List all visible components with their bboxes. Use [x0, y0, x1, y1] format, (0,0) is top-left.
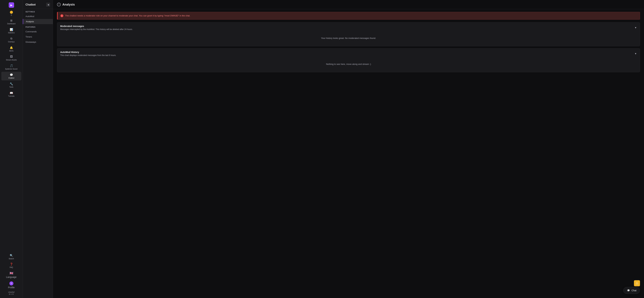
empty-state-moderated: Your history looks great. No moderated m… [60, 33, 637, 43]
tutorials-icon: 📖 [10, 91, 13, 94]
sidebar-item-tutorials[interactable]: 📖 Tutorials [1, 90, 21, 99]
stream-dot [10, 11, 13, 14]
chat-fab-button[interactable]: 💬 Chat [623, 287, 640, 294]
statistics-icon: 📊 [10, 28, 13, 31]
sidebar-item-label: Overlays [8, 41, 14, 43]
panel-title: Chatbot [26, 3, 36, 6]
moderated-messages-content: Your history looks great. No moderated m… [57, 33, 640, 46]
nav-items: ⊞ Dashboard 📊 Statistics ⧉ Overlays 🔔 Al… [0, 17, 23, 253]
settings-section-label: SETTINGS [23, 9, 53, 14]
sidebar-item-label: Epidemic Sound [5, 68, 18, 70]
sidebar-item-dashboard[interactable]: ⊞ Dashboard [1, 17, 21, 26]
panel-nav: Chatbot ◀ SETTINGS AutoMod Analysis FEAT… [23, 0, 53, 298]
analysis-icon: ? [57, 3, 61, 6]
sidebar-item-epidemic-sound[interactable]: 🎵 Epidemic Sound [1, 63, 21, 71]
sidebar-item-language[interactable]: 🇬🇧 Language [1, 270, 21, 280]
panel-header: Chatbot ◀ [23, 0, 53, 9]
chatbot-icon: 💬 [10, 73, 13, 76]
sidebar-item-label: Tools [10, 86, 13, 88]
panel-nav-timers[interactable]: Timers [23, 34, 53, 39]
user-info: v54a35af ID: 172 [1, 291, 21, 296]
automod-history-header[interactable]: AutoMod History This chart displays mode… [57, 48, 640, 59]
tools-icon: 🔧 [10, 82, 13, 85]
moderated-messages-header[interactable]: Moderated messages Messages intercepted … [57, 22, 640, 33]
profile-label: Profile [8, 286, 15, 289]
main-content: ? Analysis ℹ The chatbot needs a moderat… [53, 0, 644, 298]
section-title: Moderated messages [60, 25, 133, 27]
sidebar-item-statistics[interactable]: 📊 Statistics [1, 26, 21, 35]
warning-fab-button[interactable]: ⚠ [634, 280, 640, 286]
sidebar-item-label: Chatbot [8, 77, 14, 79]
overlays-icon: ⧉ [10, 37, 13, 40]
faq-icon: ❓ [10, 263, 13, 266]
page-title: Analysis [62, 3, 75, 6]
section-title: AutoMod History [60, 51, 116, 53]
sidebar-item-stream-assets[interactable]: 🖼 Stream Assets [1, 54, 21, 62]
warning-icon: ℹ [60, 14, 64, 17]
user-id: ID: 172 [2, 293, 21, 295]
sidebar-item-label: Statistics [8, 32, 14, 34]
sidebar-item-label: FAQ [10, 267, 13, 268]
sidebar-item-profile[interactable]: S Profile [1, 280, 21, 290]
main-header: ? Analysis [53, 0, 644, 9]
features-section-label: FEATURES [23, 24, 53, 29]
alerts-icon: 🔔 [10, 46, 13, 49]
sidebar-item-label: Stream Assets [6, 59, 16, 61]
stream-indicator: 0 [10, 11, 13, 16]
sidebar-item-alerts[interactable]: 🔔 Alerts [1, 44, 21, 53]
chevron-down-icon: ▼ [634, 26, 637, 29]
chat-fab-label: Chat [632, 289, 636, 292]
sidebar-item-chatbot[interactable]: 💬 Chatbot [1, 72, 21, 80]
sidebar-item-tools[interactable]: 🔧 Tools [1, 81, 21, 89]
chevron-down-icon: ▼ [634, 52, 637, 55]
user-version: v54a35af [2, 291, 21, 293]
language-flag: 🇬🇧 [10, 271, 13, 275]
search-icon: 🔍 [10, 254, 13, 257]
automod-history-content: Nothing to see here, move along and stre… [57, 59, 640, 72]
section-subtitle: This chart displays moderated messages f… [60, 54, 116, 56]
dashboard-icon: ⊞ [10, 19, 13, 22]
warning-text: The chatbot needs a moderator role on yo… [65, 14, 190, 17]
logo-icon: ▶ [9, 2, 14, 8]
empty-state-automod: Nothing to see here, move along and stre… [60, 59, 637, 69]
warning-banner: ℹ The chatbot needs a moderator role on … [57, 12, 640, 20]
panel-nav-giveaways[interactable]: Giveaways [23, 39, 53, 44]
section-subtitle: Messages intercepted by the AutoMod. Thi… [60, 28, 133, 30]
epidemic-sound-icon: 🎵 [10, 64, 13, 67]
stream-count: 0 [11, 14, 12, 16]
main-body: Moderated messages Messages intercepted … [53, 22, 644, 298]
sidebar-item-label: Tutorials [8, 95, 14, 97]
sidebar-item-faq[interactable]: ❓ FAQ [1, 261, 21, 270]
panel-nav-analysis[interactable]: Analysis [23, 19, 53, 24]
sidebar-item-label: Dashboard [7, 23, 16, 25]
avatar: S [10, 282, 14, 286]
sidebar-item-overlays[interactable]: ⧉ Overlays [1, 35, 21, 44]
panel-collapse-button[interactable]: ◀ [46, 3, 50, 7]
sidebar-item-label: Alerts [9, 50, 14, 52]
chat-fab-icon: 💬 [627, 289, 630, 292]
panel-nav-commands[interactable]: Commands [23, 29, 53, 34]
sidebar: ▶ 0 ⊞ Dashboard 📊 Statistics ⧉ Overlays … [0, 0, 23, 298]
sidebar-item-search[interactable]: 🔍 Search [1, 253, 21, 261]
warning-fab-icon: ⚠ [636, 282, 638, 285]
app-logo[interactable]: ▶ [8, 2, 14, 8]
panel-nav-automod[interactable]: AutoMod [23, 14, 53, 19]
sidebar-bottom: 🔍 Search ❓ FAQ 🇬🇧 Language S Profile v54… [0, 253, 23, 296]
language-label: Language [6, 276, 16, 278]
moderated-messages-section: Moderated messages Messages intercepted … [57, 22, 640, 46]
sidebar-item-label: Search [9, 258, 14, 260]
automod-history-section: AutoMod History This chart displays mode… [57, 48, 640, 72]
stream-assets-icon: 🖼 [10, 55, 13, 58]
